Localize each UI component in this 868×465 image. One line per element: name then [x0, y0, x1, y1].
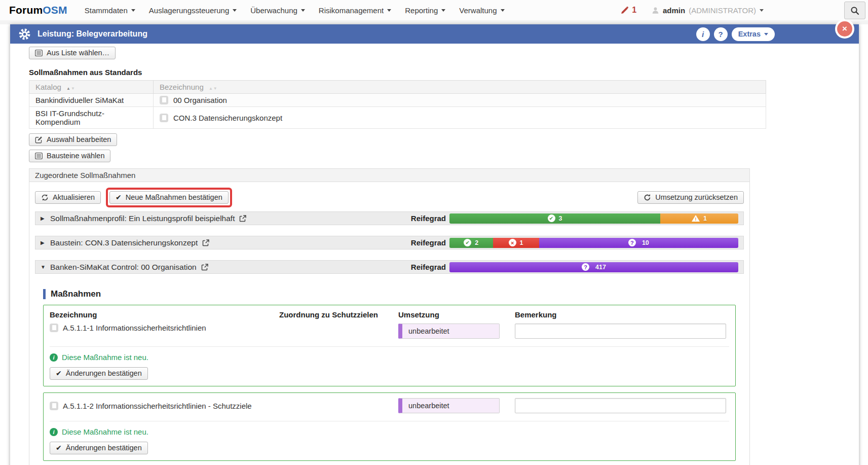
bezeichnung-cell: CON.3 Datensicherungskonzept: [154, 107, 766, 129]
dialog-header-actions: i ? Extras: [696, 27, 775, 41]
external-link-icon[interactable]: [202, 239, 209, 246]
maturity-section: Reifegrad ✔ 2 × 1: [411, 238, 738, 248]
measures-heading: Maßnahmen: [43, 289, 736, 299]
column-header-katalog[interactable]: Katalog ▲▼: [29, 81, 154, 94]
chevron-down-icon: [764, 33, 768, 35]
table-row[interactable]: Bankindividueller SiMaKat 00 Organisatio…: [29, 94, 766, 107]
expand-caret-icon: ▶: [41, 240, 46, 245]
app-logo[interactable]: ForumOSM: [9, 4, 67, 16]
new-measure-note: i Diese Maßnahme ist neu.: [50, 353, 729, 362]
menu-item-risikomanagement[interactable]: Risikomanagement: [319, 6, 391, 15]
menu-item-stammdaten[interactable]: Stammdaten: [85, 6, 135, 15]
column-label-schutzziele: Zuordnung zu Schutzzielen: [279, 310, 398, 324]
measure-name: A.5.1.1-1 Informationssicherheitsrichtli…: [63, 324, 206, 332]
standards-table: Katalog ▲▼ Bezeichnung ▲▼ Bankindividuel…: [29, 80, 766, 129]
maturity-label: Reifegrad: [411, 214, 446, 223]
check-icon: ✔: [56, 369, 62, 378]
close-icon[interactable]: ×: [837, 21, 852, 37]
maturity-label: Reifegrad: [411, 263, 446, 271]
divider: [50, 421, 729, 421]
divider: [50, 346, 729, 347]
edit-icon: [35, 136, 43, 144]
list-icon: [35, 50, 43, 56]
comment-input[interactable]: [515, 324, 726, 339]
cross-circle-icon: ×: [509, 239, 516, 246]
chevron-down-icon: [233, 9, 237, 12]
dialog-title: Leistung: Belegverarbeitung: [37, 29, 147, 39]
confirm-changes-button[interactable]: ✔ Änderungen bestätigen: [50, 442, 148, 454]
katalog-cell: BSI IT-Grundschutz-Kompendium: [29, 107, 154, 129]
chevron-down-icon: [301, 9, 305, 12]
group-title: Baustein: CON.3 Datensicherungskonzept: [50, 238, 198, 247]
search-button[interactable]: [844, 2, 865, 19]
external-link-icon[interactable]: [201, 264, 208, 271]
main-menu: Stammdaten Auslagerungssteuerung Überwac…: [85, 6, 505, 15]
reset-implementation-button[interactable]: Umsetzung zurücksetzen: [637, 191, 744, 204]
chevron-down-icon: [387, 9, 391, 12]
maturity-bar: ✔ 2 × 1 ? 10: [449, 238, 738, 248]
segment-count: 1: [703, 215, 707, 222]
group-row-banken-simakat[interactable]: ▼ Banken-SiMaKat Control: 00 Organisatio…: [35, 260, 744, 274]
column-label-bemerkung: Bemerkung: [515, 310, 729, 324]
segment-unknown: ? 10: [539, 238, 738, 248]
note-icon: [160, 114, 168, 122]
expand-caret-icon: ▶: [41, 216, 46, 221]
info-button[interactable]: i: [696, 27, 710, 41]
katalog-cell: Bankindividueller SiMaKat: [29, 94, 154, 107]
bezeichnung-cell: 00 Organisation: [154, 94, 766, 107]
list-icon: [35, 153, 43, 159]
extras-button[interactable]: Extras: [732, 27, 775, 41]
chevron-down-icon: [501, 9, 505, 12]
column-header-bezeichnung[interactable]: Bezeichnung ▲▼: [154, 81, 766, 94]
confirm-changes-button[interactable]: ✔ Änderungen bestätigen: [50, 367, 148, 380]
help-button[interactable]: ?: [714, 27, 728, 41]
note-icon: [160, 96, 168, 104]
select-from-list-button[interactable]: Aus Liste wählen…: [29, 47, 116, 59]
nav-right-section: 1 admin (ADMINISTRATOR): [620, 6, 865, 15]
segment-count: 10: [642, 239, 649, 246]
segment-count: 417: [595, 264, 606, 271]
panel-toolbar: Aktualisieren ✔ Neue Maßnahmen bestätige…: [35, 188, 744, 207]
confirm-new-measures-button[interactable]: ✔ Neue Maßnahmen bestätigen: [109, 191, 229, 204]
external-link-icon[interactable]: [239, 215, 246, 222]
segment-ok: ✔ 3: [449, 213, 660, 224]
segment-count: 3: [559, 215, 562, 222]
table-row[interactable]: BSI IT-Grundschutz-Kompendium CON.3 Date…: [29, 107, 766, 129]
user-menu[interactable]: admin (ADMINISTRATOR): [652, 6, 764, 15]
implementation-select[interactable]: unbearbeitet: [398, 398, 500, 413]
group-row-baustein[interactable]: ▶ Baustein: CON.3 Datensicherungskonzept…: [35, 236, 744, 249]
maturity-section: Reifegrad ✔ 3 ! 1: [411, 213, 738, 224]
panel-body: Aktualisieren ✔ Neue Maßnahmen bestätige…: [29, 182, 749, 465]
segment-unknown: ? 417: [449, 262, 738, 272]
assigned-measures-panel: Zugeordnete Sollmaßnahmen Aktualisieren …: [29, 168, 750, 465]
segment-count: 1: [520, 239, 523, 246]
pencil-icon: [620, 6, 629, 15]
note-icon: [50, 402, 58, 410]
group-row-sollmassnahmenprofil[interactable]: ▶ Sollmaßnahmenprofil: Ein Leistungsprof…: [35, 211, 744, 225]
warning-triangle-icon: !: [692, 215, 700, 222]
segment-error: × 1: [493, 238, 539, 248]
user-role: (ADMINISTRATOR): [689, 6, 756, 15]
logo-text-primary: Forum: [9, 4, 43, 16]
menu-item-verwaltung[interactable]: Verwaltung: [459, 6, 504, 15]
implementation-select[interactable]: unbearbeitet: [398, 324, 500, 339]
pending-edits-indicator[interactable]: 1: [620, 6, 636, 15]
user-icon: [652, 7, 659, 14]
annotation-highlight-box: ✔ Neue Maßnahmen bestätigen: [106, 188, 232, 207]
refresh-icon: [41, 194, 49, 201]
menu-item-reporting[interactable]: Reporting: [405, 6, 445, 15]
comment-input[interactable]: [515, 398, 726, 413]
new-measure-note: i Diese Maßnahme ist neu.: [50, 427, 729, 436]
column-label-bezeichnung: Bezeichnung: [50, 310, 279, 324]
menu-item-auslagerungssteuerung[interactable]: Auslagerungssteuerung: [149, 6, 237, 15]
maturity-bar: ✔ 3 ! 1: [449, 213, 738, 224]
refresh-button[interactable]: Aktualisieren: [35, 191, 101, 204]
maturity-label: Reifegrad: [411, 238, 446, 247]
measure-name: A.5.1.1-2 Informationssicherheitsrichtli…: [63, 402, 252, 410]
choose-modules-button[interactable]: Bausteine wählen: [29, 150, 110, 162]
panel-heading: Zugeordnete Sollmaßnahmen: [29, 169, 749, 182]
edit-selection-button[interactable]: Auswahl bearbeiten: [29, 133, 117, 146]
info-icon: i: [50, 353, 58, 362]
check-circle-icon: ✔: [548, 214, 555, 222]
menu-item-ueberwachung[interactable]: Überwachung: [250, 6, 305, 15]
